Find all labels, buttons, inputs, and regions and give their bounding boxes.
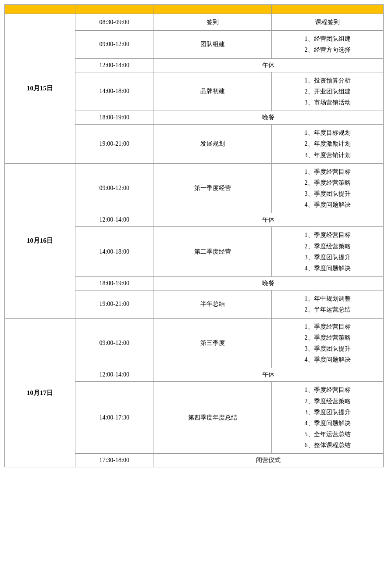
time-cell: 14:00-18:00 — [75, 227, 153, 277]
time-cell: 14:00-18:00 — [75, 72, 153, 111]
span-cell: 午休 — [153, 213, 384, 227]
span-cell: 午休 — [153, 368, 384, 382]
time-cell: 09:00-12:00 — [75, 318, 153, 368]
time-cell: 19:00-21:00 — [75, 290, 153, 318]
date-cell: 10月15日 — [5, 14, 75, 164]
time-cell: 17:30-18:00 — [75, 454, 153, 467]
topic-cell: 签到 — [153, 14, 272, 31]
content-cell: 1、年度目标规划2、年度激励计划3、年度营销计划 — [272, 125, 384, 164]
time-cell: 09:00-12:00 — [75, 163, 153, 213]
topic-cell: 半年总结 — [153, 290, 272, 318]
content-cell: 课程签到 — [272, 14, 384, 31]
time-cell: 14:00-17:30 — [75, 382, 153, 454]
schedule-table: 10月15日08:30-09:00签到课程签到09:00-12:00团队组建1、… — [4, 4, 384, 467]
topic-cell: 第一季度经营 — [153, 163, 272, 213]
span-cell: 闭营仪式 — [153, 454, 384, 467]
content-cell: 1、经营团队组建2、经营方向选择 — [272, 31, 384, 58]
topic-cell: 品牌初建 — [153, 72, 272, 111]
time-cell: 12:00-14:00 — [75, 368, 153, 382]
header-time — [75, 5, 153, 14]
header-content — [272, 5, 384, 14]
header-date — [5, 5, 75, 14]
content-cell: 1、投资预算分析2、开业团队组建3、市场营销活动 — [272, 72, 384, 111]
time-cell: 12:00-14:00 — [75, 58, 153, 72]
topic-cell: 发展规划 — [153, 125, 272, 164]
time-cell: 18:00-19:00 — [75, 111, 153, 125]
time-cell: 12:00-14:00 — [75, 213, 153, 227]
content-cell: 1、年中规划调整2、半年运营总结 — [272, 290, 384, 318]
topic-cell: 第四季度年度总结 — [153, 382, 272, 454]
time-cell: 19:00-21:00 — [75, 125, 153, 164]
date-cell: 10月17日 — [5, 318, 75, 467]
topic-cell: 第二季度经营 — [153, 227, 272, 277]
span-cell: 午休 — [153, 58, 384, 72]
date-cell: 10月16日 — [5, 163, 75, 318]
content-cell: 1、季度经营目标2、季度经营策略3、季度团队提升4、季度问题解决5、全年运营总结… — [272, 382, 384, 454]
topic-cell: 团队组建 — [153, 31, 272, 58]
time-cell: 18:00-19:00 — [75, 277, 153, 290]
span-cell: 晚餐 — [153, 277, 384, 290]
content-cell: 1、季度经营目标2、季度经营策略3、季度团队提升4、季度问题解决 — [272, 163, 384, 213]
topic-cell: 第三季度 — [153, 318, 272, 368]
time-cell: 08:30-09:00 — [75, 14, 153, 31]
span-cell: 晚餐 — [153, 111, 384, 125]
header-topic — [153, 5, 272, 14]
time-cell: 09:00-12:00 — [75, 31, 153, 58]
content-cell: 1、季度经营目标2、季度经营策略3、季度团队提升4、季度问题解决 — [272, 318, 384, 368]
content-cell: 1、季度经营目标2、季度经营策略3、季度团队提升4、季度问题解决 — [272, 227, 384, 277]
